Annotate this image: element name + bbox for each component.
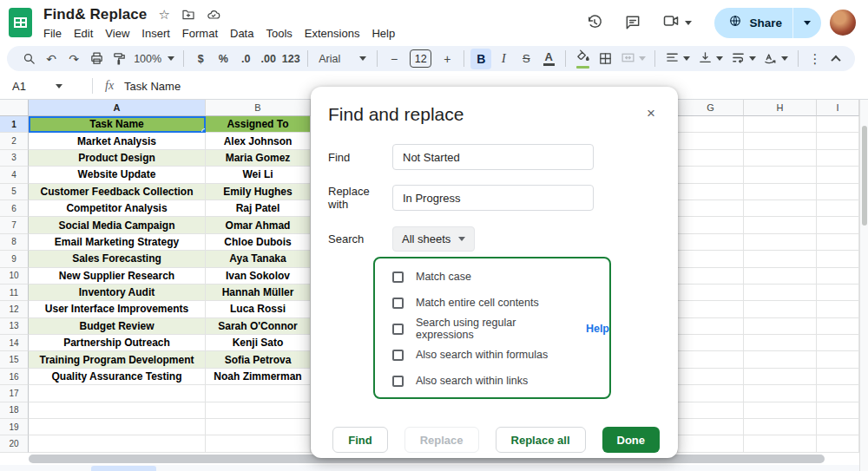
cell[interactable]: [817, 184, 859, 200]
select-all-corner[interactable]: [0, 100, 29, 116]
cell[interactable]: [817, 167, 859, 183]
italic-button[interactable]: I: [493, 49, 514, 69]
borders-button[interactable]: [595, 49, 615, 69]
cell[interactable]: [817, 268, 859, 285]
collapse-toolbar-icon[interactable]: [826, 49, 846, 69]
cell[interactable]: Product Design: [29, 150, 206, 167]
meet-icon[interactable]: [662, 12, 692, 33]
cell[interactable]: [817, 419, 859, 435]
cell[interactable]: [678, 184, 744, 200]
cell[interactable]: [744, 200, 817, 217]
vertical-scrollbar[interactable]: [859, 100, 868, 471]
row-header-12[interactable]: 12: [0, 301, 29, 317]
horizontal-align-button[interactable]: [661, 49, 693, 69]
cell[interactable]: Chloe Dubois: [206, 234, 311, 251]
cell[interactable]: [817, 369, 859, 385]
cell[interactable]: [744, 435, 817, 452]
share-button[interactable]: Share: [714, 8, 821, 38]
cell[interactable]: New Supplier Research: [29, 268, 206, 285]
search-scope-select[interactable]: All sheets: [392, 226, 475, 252]
cell[interactable]: Budget Review: [29, 318, 206, 335]
checkbox-match-entire-cell-contents[interactable]: [392, 298, 404, 309]
document-title[interactable]: Find& Replace: [43, 6, 147, 23]
cell[interactable]: [817, 133, 859, 149]
row-header-10[interactable]: 10: [0, 268, 29, 285]
cell[interactable]: [744, 150, 817, 167]
row-header-7[interactable]: 7: [0, 217, 29, 233]
sheet-tab[interactable]: [91, 466, 156, 471]
column-header-A[interactable]: A: [29, 100, 206, 116]
row-header-15[interactable]: 15: [0, 351, 29, 368]
cell[interactable]: Luca Rossi: [206, 301, 311, 317]
row-header-9[interactable]: 9: [0, 251, 29, 267]
cell[interactable]: [817, 150, 859, 167]
cell[interactable]: Market Analysis: [29, 133, 206, 149]
row-header-8[interactable]: 8: [0, 234, 29, 251]
cell[interactable]: [744, 351, 817, 368]
row-header-16[interactable]: 16: [0, 369, 29, 385]
cell[interactable]: Assigned To: [206, 116, 311, 133]
cell[interactable]: [678, 150, 744, 167]
cell[interactable]: Alex Johnson: [206, 133, 311, 149]
row-header-17[interactable]: 17: [0, 385, 29, 402]
cell[interactable]: Quality Assurance Testing: [29, 369, 206, 385]
share-dropdown[interactable]: [793, 8, 821, 38]
cell[interactable]: [678, 385, 744, 402]
cell[interactable]: Omar Ahmad: [206, 217, 311, 233]
zoom-select[interactable]: 100%: [131, 49, 177, 69]
cell[interactable]: [678, 251, 744, 267]
row-header-5[interactable]: 5: [0, 184, 29, 200]
cell[interactable]: [206, 435, 311, 452]
cell[interactable]: Sofia Petrova: [206, 351, 311, 368]
find-input[interactable]: [392, 144, 594, 170]
row-header-20[interactable]: 20: [0, 435, 29, 452]
formula-input[interactable]: Task Name: [124, 80, 181, 93]
cell[interactable]: Sales Forecasting: [29, 251, 206, 267]
menu-view[interactable]: View: [99, 26, 135, 41]
menu-data[interactable]: Data: [224, 26, 260, 41]
vertical-scrollbar-thumb[interactable]: [862, 126, 867, 226]
cell[interactable]: [744, 167, 817, 183]
star-icon[interactable]: ☆: [158, 8, 169, 21]
menu-edit[interactable]: Edit: [68, 26, 99, 41]
cell[interactable]: [678, 435, 744, 452]
cell[interactable]: Maria Gomez: [206, 150, 311, 167]
name-box[interactable]: A1: [0, 73, 92, 99]
find-button[interactable]: Find: [332, 427, 387, 453]
cell[interactable]: [744, 217, 817, 233]
cell[interactable]: Hannah Müller: [206, 285, 311, 301]
cell[interactable]: Wei Li: [206, 167, 311, 183]
cell[interactable]: Competitor Analysis: [29, 200, 206, 217]
cell[interactable]: [678, 301, 744, 317]
cell[interactable]: Raj Patel: [206, 200, 311, 217]
cell[interactable]: [678, 268, 744, 285]
cell[interactable]: [678, 217, 744, 233]
row-header-19[interactable]: 19: [0, 419, 29, 435]
comments-icon[interactable]: [624, 14, 641, 31]
cell[interactable]: [678, 200, 744, 217]
text-wrap-button[interactable]: [727, 49, 759, 69]
user-avatar[interactable]: [830, 10, 856, 36]
cell[interactable]: [744, 234, 817, 251]
cell[interactable]: [744, 385, 817, 402]
cell[interactable]: [678, 419, 744, 435]
done-button[interactable]: Done: [602, 427, 661, 453]
cell[interactable]: Inventory Audit: [29, 285, 206, 301]
increase-decimal-button[interactable]: .00: [257, 49, 279, 69]
cell[interactable]: [29, 385, 206, 402]
cell[interactable]: Emily Hughes: [206, 184, 311, 200]
redo-icon[interactable]: ↷: [63, 49, 84, 69]
undo-icon[interactable]: ↶: [41, 49, 62, 69]
font-size-input[interactable]: 12: [410, 49, 431, 68]
cell[interactable]: [744, 318, 817, 335]
cell[interactable]: [817, 318, 859, 335]
cell[interactable]: Ivan Sokolov: [206, 268, 311, 285]
cell[interactable]: Partnership Outreach: [29, 335, 206, 351]
cell[interactable]: [817, 301, 859, 317]
column-header-G[interactable]: G: [678, 100, 744, 116]
menu-format[interactable]: Format: [176, 26, 224, 41]
cell[interactable]: [744, 285, 817, 301]
vertical-align-button[interactable]: [694, 49, 726, 69]
currency-format-button[interactable]: $: [189, 49, 212, 69]
cell[interactable]: [678, 369, 744, 385]
